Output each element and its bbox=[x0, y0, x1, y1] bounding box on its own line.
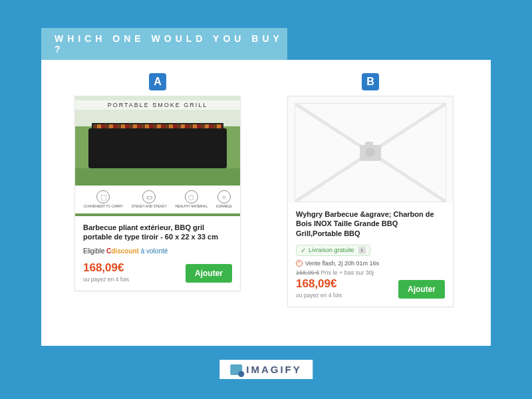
badge-b: B bbox=[362, 73, 379, 90]
price-a: 168,09€ bbox=[83, 261, 129, 275]
option-b-column: B Wyhgry Barbecue &agrave; Charbon de Bo… bbox=[287, 73, 454, 332]
info-icon[interactable]: i bbox=[358, 247, 366, 254]
product-card-b[interactable]: Wyhgry Barbecue &agrave; Charbon de Bois… bbox=[287, 96, 454, 307]
feature-label: STEADY AND STEADY bbox=[132, 205, 167, 209]
feature-label: CONVENIENT TO CARRY bbox=[83, 205, 123, 209]
eligible-line: Eligible Cdiscount à volonté bbox=[83, 247, 232, 255]
brand-name: IMAGIFY bbox=[246, 364, 302, 375]
compare-panel: A PORTABLE SMOKE GRILL ⬚CONVENIENT TO CA… bbox=[41, 60, 491, 346]
add-button-a[interactable]: Ajouter bbox=[186, 264, 232, 283]
free-shipping-badge: ✓ Livraison gratuite i bbox=[296, 245, 370, 256]
add-button-b[interactable]: Ajouter bbox=[398, 280, 445, 299]
product-card-a[interactable]: PORTABLE SMOKE GRILL ⬚CONVENIENT TO CARR… bbox=[74, 96, 241, 291]
price-b: 168,09€ bbox=[296, 277, 342, 291]
check-icon: ✓ bbox=[301, 247, 306, 254]
product-image-a: PORTABLE SMOKE GRILL ⬚CONVENIENT TO CARR… bbox=[75, 96, 240, 216]
payplan-b: ou payez en 4 fois bbox=[296, 292, 342, 299]
logo-mark-icon bbox=[230, 364, 242, 375]
header-banner: WHICH ONE WOULD YOU BUY ? bbox=[41, 28, 287, 60]
feature-row: ⬚CONVENIENT TO CARRY ▭STEADY AND STEADY … bbox=[75, 186, 240, 213]
old-price-line: 168,09 € Prix le + bas sur 30j bbox=[296, 269, 445, 276]
clock-icon bbox=[296, 260, 303, 267]
badge-a: A bbox=[149, 73, 166, 90]
option-a-column: A PORTABLE SMOKE GRILL ⬚CONVENIENT TO CA… bbox=[74, 73, 241, 332]
product-title-b: Wyhgry Barbecue &agrave; Charbon de Bois… bbox=[296, 209, 445, 238]
product-image-b bbox=[288, 96, 453, 203]
feature-label: HEALTHY MATERIAL bbox=[176, 205, 208, 209]
brand-logo: IMAGIFY bbox=[219, 360, 313, 379]
product-title-a: Barbecue pliant extérieur, BBQ gril port… bbox=[83, 223, 232, 242]
feature-label: DURABLE bbox=[216, 205, 232, 209]
payplan-a: ou payez en 4 fois bbox=[83, 276, 129, 283]
flash-sale-row: Vente flash, 2j 20h 01m 16s bbox=[296, 260, 445, 267]
image-overlay-text: PORTABLE SMOKE GRILL bbox=[75, 100, 240, 110]
camera-placeholder-icon bbox=[360, 145, 381, 161]
header-title: WHICH ONE WOULD YOU BUY ? bbox=[55, 33, 287, 55]
